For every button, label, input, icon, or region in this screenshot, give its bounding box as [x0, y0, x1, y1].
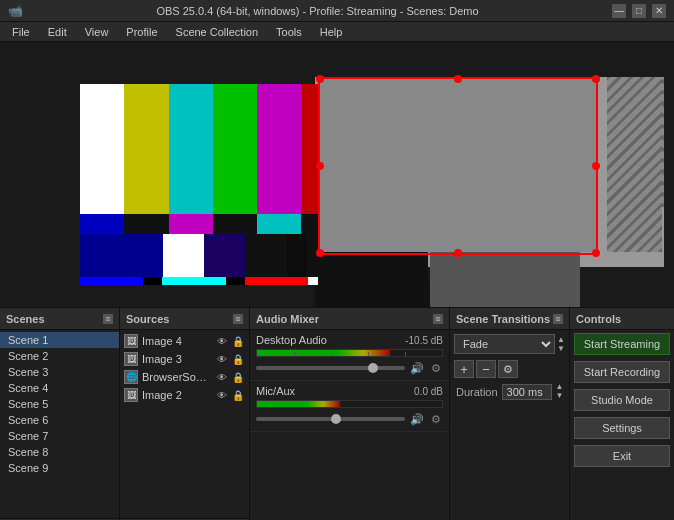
menu-file[interactable]: File [4, 22, 38, 42]
mic-aux-label: Mic/Aux [256, 385, 295, 397]
title-icon: 📹 [8, 4, 23, 18]
title-text: OBS 25.0.4 (64-bit, windows) - Profile: … [23, 5, 612, 17]
scene-item[interactable]: Scene 6 [0, 412, 119, 428]
source-lock-button[interactable]: 🔒 [231, 352, 245, 366]
source-visibility-button[interactable]: 👁 [215, 334, 229, 348]
source-name-label: Image 3 [142, 353, 211, 365]
sources-config-icon[interactable]: ≡ [233, 314, 243, 324]
settings-button[interactable]: Settings [574, 417, 670, 439]
scene-list[interactable]: Scene 1Scene 2Scene 3Scene 4Scene 5Scene… [0, 330, 119, 518]
duration-input[interactable] [502, 384, 552, 400]
desktop-audio-label: Desktop Audio [256, 334, 327, 346]
scenes-panel: Scenes ≡ Scene 1Scene 2Scene 3Scene 4Sce… [0, 308, 120, 520]
menu-view[interactable]: View [77, 22, 117, 42]
window-controls: — □ ✕ [612, 4, 666, 18]
transitions-panel: Scene Transitions ≡ Fade Cut Swipe Slide… [450, 308, 570, 520]
scene-item[interactable]: Scene 3 [0, 364, 119, 380]
scene-item[interactable]: Scene 1 [0, 332, 119, 348]
minimize-button[interactable]: — [612, 4, 626, 18]
menu-help[interactable]: Help [312, 22, 351, 42]
source-item[interactable]: 🖼Image 3👁🔒 [120, 350, 249, 368]
exit-button[interactable]: Exit [574, 445, 670, 467]
source-item[interactable]: 🖼Image 2👁🔒 [120, 386, 249, 404]
menu-bar: File Edit View Profile Scene Collection … [0, 22, 674, 42]
desktop-mute-button[interactable]: 🔊 [409, 360, 425, 376]
start-streaming-button[interactable]: Start Streaming [574, 333, 670, 355]
transitions-config-icon[interactable]: ≡ [553, 314, 563, 324]
audio-panel-header: Audio Mixer ≡ [250, 308, 449, 330]
duration-label: Duration [456, 386, 498, 398]
source-type-icon: 🌐 [124, 370, 138, 384]
menu-tools[interactable]: Tools [268, 22, 310, 42]
source-lock-button[interactable]: 🔒 [231, 370, 245, 384]
source-item[interactable]: 🖼Image 4👁🔒 [120, 332, 249, 350]
menu-edit[interactable]: Edit [40, 22, 75, 42]
scene-item[interactable]: Scene 4 [0, 380, 119, 396]
studio-mode-button[interactable]: Studio Mode [574, 389, 670, 411]
audio-title: Audio Mixer [256, 313, 319, 325]
source-name-label: BrowserSource [142, 371, 211, 383]
source-type-icon: 🖼 [124, 352, 138, 366]
mic-mute-button[interactable]: 🔊 [409, 411, 425, 427]
source-list: 🖼Image 4👁🔒🖼Image 3👁🔒🌐BrowserSource👁🔒🖼Ima… [120, 330, 249, 518]
scenes-panel-header: Scenes ≡ [0, 308, 119, 330]
transition-type-select[interactable]: Fade Cut Swipe Slide [454, 334, 555, 354]
controls-title: Controls [576, 313, 621, 325]
sources-title: Sources [126, 313, 169, 325]
desktop-audio-settings-button[interactable]: ⚙ [429, 361, 443, 375]
mic-aux-meter [256, 400, 443, 408]
transition-type-up[interactable]: ▲ [557, 336, 565, 344]
scenes-title: Scenes [6, 313, 45, 325]
source-name-label: Image 4 [142, 335, 211, 347]
sources-panel: Sources ≡ 🖼Image 4👁🔒🖼Image 3👁🔒🌐BrowserSo… [120, 308, 250, 520]
transition-type-down[interactable]: ▼ [557, 345, 565, 353]
transitions-panel-header: Scene Transitions ≡ [450, 308, 569, 330]
duration-up[interactable]: ▲ [556, 383, 564, 391]
maximize-button[interactable]: □ [632, 4, 646, 18]
mic-aux-track: Mic/Aux 0.0 dB 🔊 ⚙ [250, 381, 449, 432]
mic-audio-settings-button[interactable]: ⚙ [429, 412, 443, 426]
source-item[interactable]: 🌐BrowserSource👁🔒 [120, 368, 249, 386]
audio-config-icon[interactable]: ≡ [433, 314, 443, 324]
transition-settings-button[interactable]: ⚙ [498, 360, 518, 378]
desktop-audio-meter [256, 349, 443, 357]
scene-item[interactable]: Scene 2 [0, 348, 119, 364]
scene-item[interactable]: Scene 8 [0, 444, 119, 460]
duration-down[interactable]: ▼ [556, 392, 564, 400]
title-bar: 📹 OBS 25.0.4 (64-bit, windows) - Profile… [0, 0, 674, 22]
source-type-icon: 🖼 [124, 334, 138, 348]
source-type-icon: 🖼 [124, 388, 138, 402]
sources-panel-header: Sources ≡ [120, 308, 249, 330]
duration-row: Duration ▲ ▼ [450, 380, 569, 403]
start-recording-button[interactable]: Start Recording [574, 361, 670, 383]
controls-panel: Controls Start Streaming Start Recording… [570, 308, 674, 520]
menu-scene-collection[interactable]: Scene Collection [168, 22, 267, 42]
source-lock-button[interactable]: 🔒 [231, 388, 245, 402]
source-visibility-button[interactable]: 👁 [215, 388, 229, 402]
scene-item[interactable]: Scene 9 [0, 460, 119, 476]
source-visibility-button[interactable]: 👁 [215, 370, 229, 384]
add-transition-button[interactable]: + [454, 360, 474, 378]
transitions-title: Scene Transitions [456, 313, 550, 325]
scene-item[interactable]: Scene 7 [0, 428, 119, 444]
source-name-label: Image 2 [142, 389, 211, 401]
panels: Scenes ≡ Scene 1Scene 2Scene 3Scene 4Sce… [0, 308, 674, 520]
mic-aux-slider[interactable] [256, 417, 405, 421]
menu-profile[interactable]: Profile [118, 22, 165, 42]
desktop-audio-slider[interactable] [256, 366, 405, 370]
controls-panel-header: Controls [570, 308, 674, 330]
scene-item[interactable]: Scene 5 [0, 396, 119, 412]
close-button[interactable]: ✕ [652, 4, 666, 18]
scenes-config-icon[interactable]: ≡ [103, 314, 113, 324]
remove-transition-button[interactable]: − [476, 360, 496, 378]
audio-panel: Audio Mixer ≡ Desktop Audio -10.5 dB [250, 308, 450, 520]
preview-area [0, 42, 674, 308]
source-visibility-button[interactable]: 👁 [215, 352, 229, 366]
transitions-buttons-row: + − ⚙ [450, 358, 569, 380]
desktop-audio-track: Desktop Audio -10.5 dB [250, 330, 449, 381]
source-lock-button[interactable]: 🔒 [231, 334, 245, 348]
mic-aux-db: 0.0 dB [414, 386, 443, 397]
desktop-audio-db: -10.5 dB [405, 335, 443, 346]
